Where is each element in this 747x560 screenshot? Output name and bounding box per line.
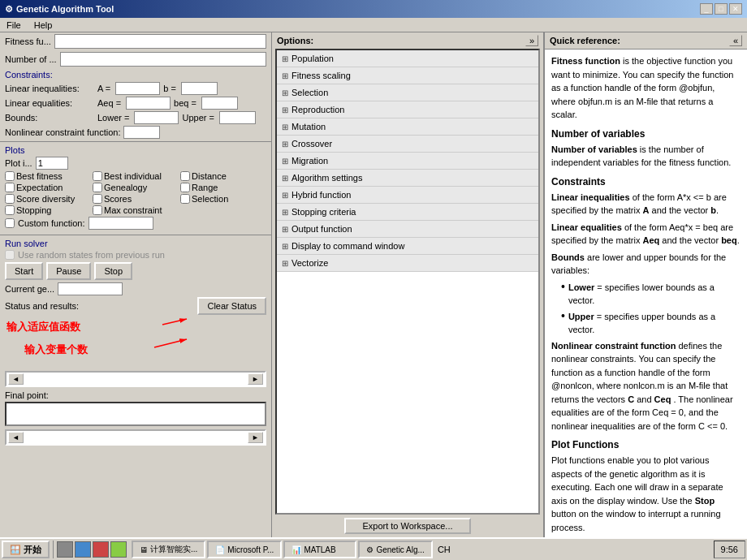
ref-dot1: . [716,205,719,215]
plots-section: Plots Plot i... Best fitness Best indivi… [0,144,271,233]
beq-label: beq = [174,98,196,108]
checkbox-group: Best fitness Best individual Distance Ex… [5,171,266,215]
cb-expectation-check[interactable] [5,183,15,192]
taskbar-item-label-2: Microsoft P... [227,545,274,554]
menu-file[interactable]: File [3,20,24,30]
option-expand-icon-2: ⊞ [282,88,288,97]
ql-icon-1[interactable] [57,541,73,558]
cb-range: Range [180,183,266,192]
b-input[interactable] [181,82,218,95]
cb-stopping: Stopping [5,205,91,215]
cb-custom-fn-check[interactable] [5,218,15,228]
scroll-left-btn[interactable]: ◄ [8,373,24,385]
cb-stopping-label: Stopping [16,205,51,215]
option-migration[interactable]: ⊞ Migration [277,153,538,170]
option-population[interactable]: ⊞ Population [277,50,538,67]
run-solver-section: Run solver Use random states from previo… [0,237,271,317]
minimize-button[interactable]: _ [700,3,713,15]
stop-button[interactable]: Stop [94,262,132,280]
taskbar-item-jisuanji[interactable]: 🖥 计算智能实... [132,541,205,558]
cb-max-constraint-label: Max constraint [104,205,162,215]
ref-para-plotfns: Plot functions enable you to plot variou… [551,454,741,534]
ql-icon-4[interactable] [110,541,127,558]
ref-heading-numvars: Number of variables [551,127,741,141]
option-output-function[interactable]: ⊞ Output function [277,221,538,238]
ref-heading-plotfns: Plot Functions [551,437,741,452]
start-menu-button[interactable]: 🪟 开始 [2,541,50,558]
taskbar-item-label-3: MATLAB [304,545,335,554]
use-random-check[interactable] [5,250,15,260]
option-label-8: Hybrid function [291,190,351,200]
A-input[interactable] [115,82,160,95]
plot-interval-row: Plot i... [5,157,266,171]
taskbar-item-matlab[interactable]: 📊 MATLAB [283,541,356,558]
nonlinear-input[interactable] [123,126,160,139]
cb-stopping-check[interactable] [5,205,15,215]
cb-distance-label: Distance [192,171,227,181]
Aeq-input[interactable] [126,97,171,110]
final-point-display [5,402,266,426]
current-gen-input[interactable] [58,282,123,295]
export-button[interactable]: Export to Workspace... [344,518,470,534]
option-display-command[interactable]: ⊞ Display to command window [277,238,538,255]
menu-bar: File Help [0,18,747,32]
cb-distance-check[interactable] [180,171,190,181]
main-content: Fitness fu... Number of ... Constraints:… [0,32,747,537]
cb-genealogy-check[interactable] [93,183,102,192]
option-fitness-scaling[interactable]: ⊞ Fitness scaling [277,67,538,84]
pause-button[interactable]: Pause [46,262,91,280]
cb-score-diversity-check[interactable] [5,194,15,204]
beq-input[interactable] [201,97,238,110]
quick-ref-collapse-btn[interactable]: « [729,35,742,46]
option-mutation[interactable]: ⊞ Mutation [277,118,538,136]
option-stopping-criteria[interactable]: ⊞ Stopping criteria [277,204,538,221]
ref-linineq-bold: Linear inequalities [551,192,630,202]
clear-status-button[interactable]: Clear Status [197,297,266,315]
scroll-right-btn[interactable]: ► [248,373,263,385]
plot-interval-label: Plot i... [5,158,32,168]
solver-btn-row: Start Pause Stop [5,262,266,280]
cb-best-fitness-check[interactable] [5,171,15,181]
current-gen-label: Current ge... [5,284,54,294]
ref-upper-content: Upper = specifies upper bounds as a vect… [568,310,741,337]
horizontal-scrollbar[interactable]: ◄ ► [5,371,266,387]
annotation-area: 输入适应值函数 输入变量个数 [0,317,271,369]
cb-scores-check[interactable] [93,194,102,204]
option-algorithm-settings[interactable]: ⊞ Algorithm settings [277,170,538,187]
ref-and-text: and the vector [652,205,711,215]
quick-ref-content: Fitness function is the objective functi… [545,50,747,537]
upper-input[interactable] [219,111,256,124]
fitness-input[interactable] [54,34,266,49]
fp-scroll-left-btn[interactable]: ◄ [8,432,24,443]
cb-max-constraint-check[interactable] [93,205,102,215]
num-vars-input[interactable] [60,52,266,67]
option-vectorize[interactable]: ⊞ Vectorize [277,255,538,272]
taskbar-item-genetic[interactable]: ⚙ Genetic Alg... [358,541,432,558]
maximize-button[interactable]: □ [715,3,728,15]
right-panel: Quick reference: « Fitness function is t… [544,32,747,537]
lower-input[interactable] [134,111,179,124]
quick-ref-title: Quick reference: [550,36,620,45]
cb-selection-check[interactable] [180,194,190,204]
option-expand-icon-5: ⊞ [282,140,288,149]
cb-range-check[interactable] [180,183,190,192]
option-crossover[interactable]: ⊞ Crossover [277,136,538,153]
taskbar-item-microsoft[interactable]: 📄 Microsoft P... [207,541,282,558]
ql-icon-2[interactable] [75,541,91,558]
cb-selection: Selection [180,194,266,204]
cb-scores: Scores [93,194,179,204]
close-button[interactable]: ✕ [729,3,742,15]
menu-help[interactable]: Help [31,20,56,30]
plot-interval-input[interactable] [36,157,68,170]
custom-fn-input[interactable] [89,217,153,230]
option-hybrid-function[interactable]: ⊞ Hybrid function [277,187,538,204]
cb-best-individual-check[interactable] [93,171,102,181]
final-point-scrollbar[interactable]: ◄ ► [5,429,266,446]
ql-icon-3[interactable] [93,541,109,558]
option-reproduction[interactable]: ⊞ Reproduction [277,101,538,118]
option-label-0: Population [291,54,334,63]
option-selection[interactable]: ⊞ Selection [277,84,538,101]
expand-all-btn[interactable]: » [525,35,538,46]
start-button[interactable]: Start [5,262,43,280]
fp-scroll-right-btn[interactable]: ► [248,432,263,443]
